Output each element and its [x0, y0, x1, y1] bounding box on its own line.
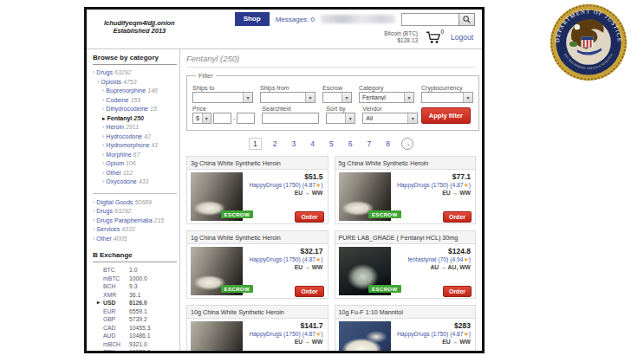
vendor-rating: (4.87: [302, 182, 316, 188]
sidebar-category-item[interactable]: Buprenorphine146: [93, 87, 177, 96]
vendor-select[interactable]: All▾: [362, 113, 418, 124]
product-title[interactable]: 3g China White Synthetic Heroin: [187, 157, 328, 170]
product-price: $141.7: [243, 321, 323, 330]
order-button[interactable]: Order: [295, 286, 323, 297]
window-header: lchudifyeqm4ldjj.onion Established 2013 …: [87, 10, 482, 49]
vendor-line: HappyDrugs (1750) (4.87★): [391, 182, 472, 189]
ships-to-field: Ships to ▾: [192, 85, 253, 103]
sidebar: Browse by category Drugs63292 Opioids475…: [87, 49, 180, 353]
product-title[interactable]: 1g China White Synthetic Heroin: [187, 231, 328, 244]
sidebar-category-item[interactable]: Opium106: [93, 159, 177, 169]
sidebar-category-item[interactable]: Hydrocodone42: [93, 133, 177, 142]
shop-tab[interactable]: Shop: [235, 12, 270, 26]
price-max-input[interactable]: [237, 113, 255, 124]
apply-filter-button[interactable]: Apply filter: [421, 107, 471, 124]
product-title[interactable]: 5g China White Synthetic Heroin: [335, 157, 476, 170]
sidebar-category-item[interactable]: Codeine159: [93, 96, 177, 106]
vendor-link[interactable]: fentastynal (70): [407, 256, 448, 262]
product-title[interactable]: 10g China White Synthetic Heroin: [187, 306, 328, 319]
escrow-select[interactable]: ▾: [322, 92, 352, 103]
product-title[interactable]: PURE LAB_GRADE ( Fentanyl HCL) 30mg: [335, 231, 476, 244]
sidebar-section-item[interactable]: Drugs63292: [93, 207, 177, 217]
product-price: $77.1: [391, 172, 472, 181]
search-button[interactable]: [459, 13, 475, 26]
search-input[interactable]: [401, 13, 459, 26]
sidebar-category-item[interactable]: Morphine67: [93, 151, 177, 160]
shipping-route: EU → WW: [243, 264, 323, 270]
currency-select[interactable]: $▾: [192, 113, 211, 124]
vendor-line: HappyDrugs (1750) (4.87★): [243, 182, 323, 189]
sidebar-category-item[interactable]: Oxycodone433: [93, 178, 177, 187]
product-image[interactable]: ESCROW: [191, 247, 243, 295]
product-image[interactable]: ESCROW: [339, 172, 391, 221]
sidebar-category-item[interactable]: Opioids4753: [93, 78, 177, 87]
shipping-route: AU → AU, WW: [391, 264, 472, 270]
ships-to-select[interactable]: ▾: [192, 92, 253, 103]
escrow-badge: ESCROW: [221, 210, 253, 218]
exchange-rate-row: XMR36.1: [93, 291, 177, 300]
product-title[interactable]: 10g Fu-F 1:10 Mannitol: [335, 306, 476, 319]
vendor-link[interactable]: HappyDrugs (1750): [249, 256, 300, 262]
product-price: $32.17: [243, 247, 323, 255]
exchange-rate-row: AUD10486.1: [93, 332, 177, 340]
vendor-rating: (4.87: [302, 331, 316, 337]
pagination-page[interactable]: 6: [345, 139, 356, 149]
product-image[interactable]: ESCROW: [339, 247, 391, 295]
pagination-page[interactable]: 8: [382, 139, 394, 149]
vendor-link[interactable]: HappyDrugs (1750): [249, 182, 300, 188]
sidebar-section-item[interactable]: Drugs Paraphernalia215: [93, 217, 177, 226]
category-tree: Drugs63292 Opioids4753 Buprenorphine146 …: [93, 68, 177, 187]
pagination-next-button[interactable]: →: [401, 138, 413, 150]
pagination-page[interactable]: 7: [363, 139, 374, 149]
account-row: Bitcoin (BTC) $128.13 0 Logout: [384, 30, 473, 44]
pagination-page[interactable]: 4: [307, 139, 318, 149]
arrow-right-icon: →: [404, 140, 411, 148]
sidebar-category-item[interactable]: Dihydrocodeine15: [93, 105, 177, 114]
cryptocurrency-field: Cryptocurrency ▾: [421, 85, 473, 103]
sidebar-category-item[interactable]: Heroin2911: [93, 123, 177, 133]
product-image[interactable]: ESCROW: [191, 172, 243, 221]
pagination-page[interactable]: 1: [249, 138, 262, 150]
pagination-page[interactable]: 5: [326, 139, 337, 149]
order-button[interactable]: Order: [295, 211, 323, 223]
price-min-input[interactable]: [213, 113, 231, 124]
pagination-page[interactable]: 3: [289, 139, 300, 149]
cart-button[interactable]: 0: [426, 31, 443, 44]
escrow-badge: ESCROW: [368, 210, 400, 218]
cryptocurrency-select[interactable]: ▾: [421, 92, 473, 103]
sidebar-category-item[interactable]: Hydromorphone41: [93, 141, 177, 151]
sort-by-select[interactable]: ▾: [326, 113, 355, 124]
vendor-link[interactable]: HappyDrugs (1750): [249, 331, 300, 337]
product-grid: 3g China White Synthetic Heroin ESCROW $…: [186, 156, 476, 353]
vendor-link[interactable]: HappyDrugs (1750): [397, 182, 448, 188]
order-button[interactable]: Order: [443, 211, 472, 223]
exchange-rate-row: GBP5739.2: [93, 315, 177, 324]
product-image[interactable]: ESCROW: [339, 321, 391, 353]
exchange-rate-row: CAD10455.3: [93, 324, 177, 333]
sort-by-field: Sort by ▾: [326, 106, 355, 124]
searchtext-input[interactable]: [262, 113, 319, 124]
price-range-dash: -: [233, 115, 235, 121]
order-button[interactable]: Order: [443, 286, 472, 297]
exchange-rate-row: SEK66923.2: [93, 348, 177, 353]
logout-link[interactable]: Logout: [451, 33, 473, 42]
category-select[interactable]: Fentanyl▾: [359, 92, 414, 103]
product-image[interactable]: ESCROW: [191, 321, 243, 353]
sidebar-section-item[interactable]: Services4333: [93, 225, 177, 235]
sidebar-section-item[interactable]: Other4005: [93, 235, 177, 244]
vendor-link[interactable]: HappyDrugs (1750): [397, 331, 448, 337]
ships-from-select[interactable]: ▾: [260, 92, 315, 103]
exchange-rate-table: BTC1.0 mBTC1000.0 BCH9.3 XMR36.1: [93, 266, 177, 353]
sidebar-section-item[interactable]: Digital Goods50689: [93, 198, 177, 208]
messages-link[interactable]: Messages: 0: [276, 16, 315, 23]
sidebar-category-item[interactable]: Fentanyl250: [93, 114, 177, 124]
chevron-down-icon: ▾: [404, 93, 413, 102]
product-card: 1g China White Synthetic Heroin ESCROW $…: [186, 230, 329, 299]
pagination-page[interactable]: 2: [270, 139, 281, 149]
vendor-line: HappyDrugs (1750) (4.87★): [243, 256, 323, 263]
product-body: ESCROW $51.5 HappyDrugs (1750) (4.87★) E…: [187, 170, 328, 225]
site-title: lchudifyeqm4ldjj.onion Established 2013: [104, 19, 175, 35]
sidebar-category-item[interactable]: Other112: [93, 169, 177, 178]
marketplace-window: lchudifyeqm4ldjj.onion Established 2013 …: [84, 7, 485, 353]
sidebar-category-item[interactable]: Drugs63292: [93, 68, 177, 78]
